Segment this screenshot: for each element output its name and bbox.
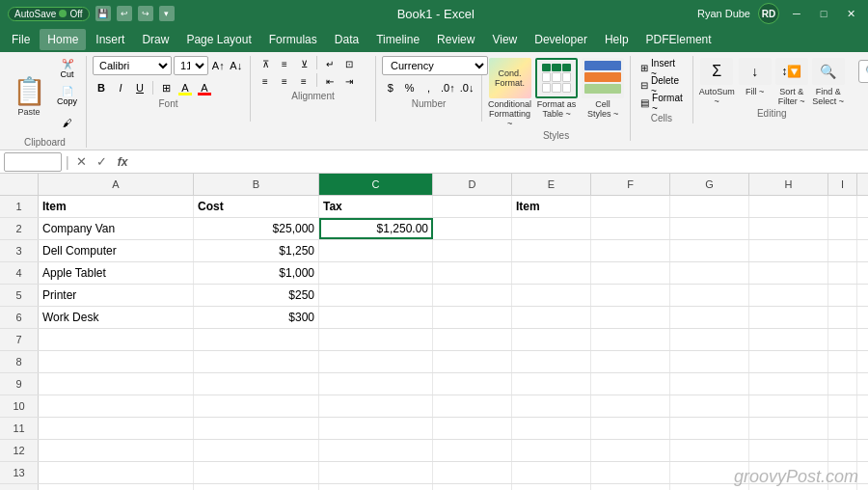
menu-formulas[interactable]: Formulas bbox=[261, 29, 325, 50]
cell-F11[interactable] bbox=[591, 418, 670, 439]
cell-G13[interactable] bbox=[670, 462, 749, 483]
cell-G11[interactable] bbox=[670, 418, 749, 439]
close-button[interactable]: ✕ bbox=[841, 4, 860, 23]
border-button[interactable]: ⊞ bbox=[157, 79, 175, 96]
cell-I13[interactable] bbox=[828, 462, 857, 483]
center-align-button[interactable]: ≡ bbox=[276, 73, 293, 89]
cell-f5[interactable] bbox=[591, 285, 670, 306]
cell-a4[interactable]: Apple Tablet bbox=[39, 262, 194, 284]
menu-view[interactable]: View bbox=[484, 29, 525, 50]
cell-I7[interactable] bbox=[828, 329, 857, 350]
decrease-indent-button[interactable]: ⇤ bbox=[321, 73, 339, 89]
underline-button[interactable]: U bbox=[131, 79, 149, 96]
cell-E11[interactable] bbox=[512, 418, 591, 439]
cell-reference-box[interactable]: C2 bbox=[4, 152, 62, 172]
cell-e4[interactable] bbox=[512, 262, 591, 284]
cell-D9[interactable] bbox=[433, 373, 512, 395]
cell-B12[interactable] bbox=[194, 440, 319, 461]
cut-button[interactable]: ✂️ Cut bbox=[52, 56, 82, 81]
cell-G9[interactable] bbox=[670, 373, 749, 395]
maximize-button[interactable]: □ bbox=[814, 4, 833, 23]
col-header-b[interactable]: B bbox=[194, 174, 319, 195]
cell-h3[interactable] bbox=[749, 240, 828, 261]
formula-cancel-button[interactable]: ✕ bbox=[73, 154, 90, 169]
cell-h6[interactable] bbox=[749, 307, 828, 328]
menu-data[interactable]: Data bbox=[327, 29, 366, 50]
col-header-a[interactable]: A bbox=[39, 174, 194, 195]
col-header-i[interactable]: I bbox=[828, 174, 857, 195]
cell-B14[interactable] bbox=[194, 484, 319, 490]
cell-D14[interactable] bbox=[433, 484, 512, 490]
fill-color-button[interactable]: A bbox=[176, 79, 194, 96]
cell-a1[interactable]: Item bbox=[39, 196, 194, 217]
cell-g3[interactable] bbox=[670, 240, 749, 261]
cell-c5[interactable] bbox=[319, 285, 433, 306]
cell-b3[interactable]: $1,250 bbox=[194, 240, 319, 261]
avatar[interactable]: RD bbox=[758, 3, 779, 24]
undo-icon[interactable]: ↩ bbox=[117, 6, 132, 21]
cell-F13[interactable] bbox=[591, 462, 670, 483]
cell-b5[interactable]: $250 bbox=[194, 285, 319, 306]
cell-a6[interactable]: Work Desk bbox=[39, 307, 194, 328]
cell-H14[interactable] bbox=[749, 484, 828, 490]
cell-I9[interactable] bbox=[828, 373, 857, 395]
menu-help[interactable]: Help bbox=[597, 29, 637, 50]
percent-style-button[interactable]: % bbox=[401, 79, 419, 96]
cell-G10[interactable] bbox=[670, 395, 749, 417]
copy-button[interactable]: 📄 Copy bbox=[52, 83, 82, 108]
cell-F10[interactable] bbox=[591, 395, 670, 417]
cell-I11[interactable] bbox=[828, 418, 857, 439]
format-painter-button[interactable]: 🖌 bbox=[52, 110, 82, 135]
menu-timeline[interactable]: Timeline bbox=[368, 29, 427, 50]
cell-b6[interactable]: $300 bbox=[194, 307, 319, 328]
cell-h5[interactable] bbox=[749, 285, 828, 306]
cell-E8[interactable] bbox=[512, 351, 591, 372]
minimize-button[interactable]: ─ bbox=[787, 4, 806, 23]
cell-F14[interactable] bbox=[591, 484, 670, 490]
middle-align-button[interactable]: ≡ bbox=[276, 56, 293, 71]
paste-button[interactable]: 📋 Paste bbox=[8, 70, 50, 121]
col-header-g[interactable]: G bbox=[670, 174, 749, 195]
cell-B7[interactable] bbox=[194, 329, 319, 350]
comma-style-button[interactable]: , bbox=[420, 79, 438, 96]
format-cells-button[interactable]: ▤ Format ~ bbox=[637, 95, 687, 111]
cell-d2[interactable] bbox=[433, 218, 512, 239]
menu-draw[interactable]: Draw bbox=[134, 29, 176, 50]
menu-developer[interactable]: Developer bbox=[527, 29, 595, 50]
cell-i6[interactable] bbox=[828, 307, 857, 328]
cell-a5[interactable]: Printer bbox=[39, 285, 194, 306]
cell-g4[interactable] bbox=[670, 262, 749, 284]
cell-f1[interactable] bbox=[591, 196, 670, 217]
col-header-c[interactable]: C bbox=[319, 174, 433, 195]
cell-C11[interactable] bbox=[319, 418, 433, 439]
cell-A12[interactable] bbox=[39, 440, 194, 461]
autosave-badge[interactable]: AutoSave Off bbox=[8, 7, 90, 21]
cell-H8[interactable] bbox=[749, 351, 828, 372]
cell-A10[interactable] bbox=[39, 395, 194, 417]
font-grow-button[interactable]: A↑ bbox=[210, 57, 226, 74]
increase-indent-button[interactable]: ⇥ bbox=[340, 73, 358, 89]
cell-d6[interactable] bbox=[433, 307, 512, 328]
menu-home[interactable]: Home bbox=[40, 29, 86, 50]
col-header-e[interactable]: E bbox=[512, 174, 591, 195]
menu-insert[interactable]: Insert bbox=[88, 29, 132, 50]
cell-i2[interactable] bbox=[828, 218, 857, 239]
cell-A9[interactable] bbox=[39, 373, 194, 395]
cell-c3[interactable] bbox=[319, 240, 433, 261]
cell-G7[interactable] bbox=[670, 329, 749, 350]
cell-H12[interactable] bbox=[749, 440, 828, 461]
font-size-select[interactable]: 11 bbox=[174, 56, 208, 75]
font-shrink-button[interactable]: A↓ bbox=[229, 57, 244, 74]
cell-g6[interactable] bbox=[670, 307, 749, 328]
cell-c2[interactable]: $1,250.00 bbox=[319, 218, 433, 239]
cell-h1[interactable] bbox=[749, 196, 828, 217]
cell-f3[interactable] bbox=[591, 240, 670, 261]
cell-H13[interactable] bbox=[749, 462, 828, 483]
cell-E13[interactable] bbox=[512, 462, 591, 483]
formula-input[interactable]: =B2*0.05 bbox=[135, 152, 864, 172]
decrease-decimal-button[interactable]: .0↓ bbox=[458, 79, 475, 96]
cell-I12[interactable] bbox=[828, 440, 857, 461]
cell-A14[interactable] bbox=[39, 484, 194, 490]
cell-E7[interactable] bbox=[512, 329, 591, 350]
delete-cells-button[interactable]: ⊟ Delete ~ bbox=[637, 77, 687, 94]
